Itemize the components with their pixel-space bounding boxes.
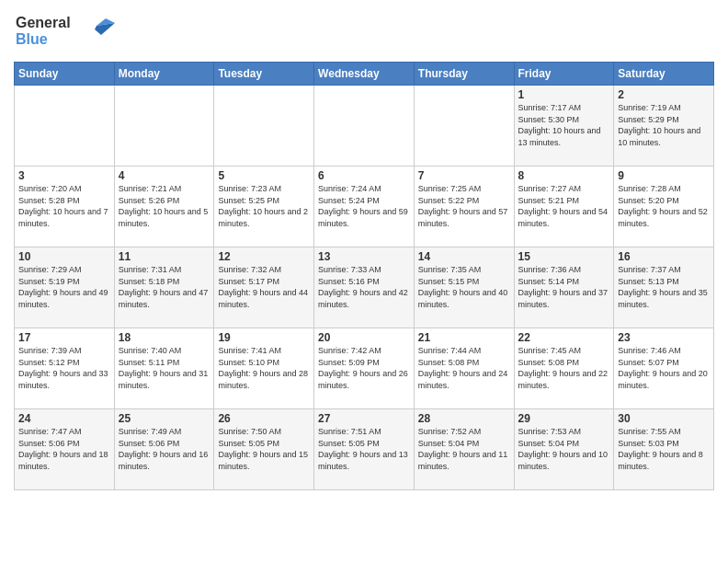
day-info: Sunrise: 7:29 AM Sunset: 5:19 PM Dayligh… [18, 264, 110, 310]
day-header-wednesday: Wednesday [314, 63, 415, 86]
calendar-cell: 21Sunrise: 7:44 AM Sunset: 5:08 PM Dayli… [414, 328, 514, 409]
day-number: 15 [518, 250, 610, 263]
calendar-cell: 18Sunrise: 7:40 AM Sunset: 5:11 PM Dayli… [114, 328, 214, 409]
calendar-cell: 8Sunrise: 7:27 AM Sunset: 5:21 PM Daylig… [514, 167, 614, 247]
calendar-table: SundayMondayTuesdayWednesdayThursdayFrid… [14, 62, 714, 490]
calendar-cell: 3Sunrise: 7:20 AM Sunset: 5:28 PM Daylig… [15, 167, 115, 247]
calendar-cell: 15Sunrise: 7:36 AM Sunset: 5:14 PM Dayli… [514, 247, 614, 328]
calendar-cell: 24Sunrise: 7:47 AM Sunset: 5:06 PM Dayli… [15, 409, 115, 490]
svg-text:General: General [16, 15, 71, 30]
calendar-cell: 16Sunrise: 7:37 AM Sunset: 5:13 PM Dayli… [614, 247, 714, 328]
svg-marker-3 [95, 23, 115, 35]
day-number: 6 [318, 169, 410, 182]
header-row: SundayMondayTuesdayWednesdayThursdayFrid… [15, 63, 714, 86]
calendar-cell [214, 86, 314, 167]
day-info: Sunrise: 7:50 AM Sunset: 5:05 PM Dayligh… [218, 426, 310, 472]
day-number: 11 [119, 250, 210, 263]
day-number: 7 [418, 169, 510, 182]
week-row-2: 3Sunrise: 7:20 AM Sunset: 5:28 PM Daylig… [15, 167, 714, 247]
calendar-cell: 20Sunrise: 7:42 AM Sunset: 5:09 PM Dayli… [314, 328, 415, 409]
day-number: 16 [618, 250, 710, 263]
day-info: Sunrise: 7:21 AM Sunset: 5:26 PM Dayligh… [119, 183, 210, 229]
day-number: 27 [318, 412, 410, 425]
calendar-cell: 6Sunrise: 7:24 AM Sunset: 5:24 PM Daylig… [314, 167, 415, 247]
main-container: General Blue SundayMondayTuesdayWednesda… [0, 0, 728, 495]
calendar-cell: 2Sunrise: 7:19 AM Sunset: 5:29 PM Daylig… [614, 86, 714, 167]
calendar-cell: 9Sunrise: 7:28 AM Sunset: 5:20 PM Daylig… [614, 167, 714, 247]
header: General Blue [14, 9, 714, 54]
calendar-cell: 26Sunrise: 7:50 AM Sunset: 5:05 PM Dayli… [214, 409, 314, 490]
day-info: Sunrise: 7:20 AM Sunset: 5:28 PM Dayligh… [18, 183, 110, 229]
calendar-cell: 19Sunrise: 7:41 AM Sunset: 5:10 PM Dayli… [214, 328, 314, 409]
day-number: 26 [218, 412, 310, 425]
day-number: 22 [518, 331, 610, 344]
day-number: 12 [218, 250, 310, 263]
calendar-cell: 5Sunrise: 7:23 AM Sunset: 5:25 PM Daylig… [214, 167, 314, 247]
day-info: Sunrise: 7:46 AM Sunset: 5:07 PM Dayligh… [618, 345, 710, 391]
week-row-4: 17Sunrise: 7:39 AM Sunset: 5:12 PM Dayli… [15, 328, 714, 409]
day-number: 20 [318, 331, 410, 344]
day-info: Sunrise: 7:17 AM Sunset: 5:30 PM Dayligh… [518, 102, 610, 148]
calendar-cell: 1Sunrise: 7:17 AM Sunset: 5:30 PM Daylig… [514, 86, 614, 167]
day-number: 19 [218, 331, 310, 344]
day-number: 8 [518, 169, 610, 182]
day-number: 28 [418, 412, 510, 425]
calendar-cell: 23Sunrise: 7:46 AM Sunset: 5:07 PM Dayli… [614, 328, 714, 409]
calendar-cell: 13Sunrise: 7:33 AM Sunset: 5:16 PM Dayli… [314, 247, 415, 328]
day-number: 18 [119, 331, 210, 344]
day-number: 25 [119, 412, 210, 425]
calendar-cell: 10Sunrise: 7:29 AM Sunset: 5:19 PM Dayli… [15, 247, 115, 328]
day-info: Sunrise: 7:40 AM Sunset: 5:11 PM Dayligh… [119, 345, 210, 391]
day-number: 10 [18, 250, 110, 263]
calendar-cell: 29Sunrise: 7:53 AM Sunset: 5:04 PM Dayli… [514, 409, 614, 490]
day-number: 1 [518, 88, 610, 101]
day-number: 2 [618, 88, 710, 101]
day-info: Sunrise: 7:31 AM Sunset: 5:18 PM Dayligh… [119, 264, 210, 310]
day-number: 23 [618, 331, 710, 344]
day-info: Sunrise: 7:28 AM Sunset: 5:20 PM Dayligh… [618, 183, 710, 229]
day-number: 29 [518, 412, 610, 425]
day-info: Sunrise: 7:55 AM Sunset: 5:03 PM Dayligh… [618, 426, 710, 472]
day-header-saturday: Saturday [614, 63, 714, 86]
day-info: Sunrise: 7:27 AM Sunset: 5:21 PM Dayligh… [518, 183, 610, 229]
day-info: Sunrise: 7:52 AM Sunset: 5:04 PM Dayligh… [418, 426, 510, 472]
calendar-cell [15, 86, 115, 167]
calendar-cell: 14Sunrise: 7:35 AM Sunset: 5:15 PM Dayli… [414, 247, 514, 328]
day-number: 4 [119, 169, 210, 182]
day-info: Sunrise: 7:35 AM Sunset: 5:15 PM Dayligh… [418, 264, 510, 310]
day-info: Sunrise: 7:47 AM Sunset: 5:06 PM Dayligh… [18, 426, 110, 472]
day-info: Sunrise: 7:36 AM Sunset: 5:14 PM Dayligh… [518, 264, 610, 310]
day-info: Sunrise: 7:41 AM Sunset: 5:10 PM Dayligh… [218, 345, 310, 391]
calendar-cell: 22Sunrise: 7:45 AM Sunset: 5:08 PM Dayli… [514, 328, 614, 409]
day-info: Sunrise: 7:51 AM Sunset: 5:05 PM Dayligh… [318, 426, 410, 472]
day-header-monday: Monday [114, 63, 214, 86]
day-number: 9 [618, 169, 710, 182]
day-number: 13 [318, 250, 410, 263]
day-info: Sunrise: 7:19 AM Sunset: 5:29 PM Dayligh… [618, 102, 710, 148]
calendar-cell: 7Sunrise: 7:25 AM Sunset: 5:22 PM Daylig… [414, 167, 514, 247]
svg-text:Blue: Blue [16, 31, 48, 47]
logo: General Blue [14, 9, 115, 54]
calendar-cell: 25Sunrise: 7:49 AM Sunset: 5:06 PM Dayli… [114, 409, 214, 490]
day-header-sunday: Sunday [15, 63, 115, 86]
calendar-cell: 17Sunrise: 7:39 AM Sunset: 5:12 PM Dayli… [15, 328, 115, 409]
calendar-cell: 12Sunrise: 7:32 AM Sunset: 5:17 PM Dayli… [214, 247, 314, 328]
logo-text: General Blue [14, 9, 115, 54]
day-number: 5 [218, 169, 310, 182]
day-header-tuesday: Tuesday [214, 63, 314, 86]
calendar-cell: 27Sunrise: 7:51 AM Sunset: 5:05 PM Dayli… [314, 409, 415, 490]
day-info: Sunrise: 7:33 AM Sunset: 5:16 PM Dayligh… [318, 264, 410, 310]
day-info: Sunrise: 7:53 AM Sunset: 5:04 PM Dayligh… [518, 426, 610, 472]
day-number: 30 [618, 412, 710, 425]
calendar-cell: 30Sunrise: 7:55 AM Sunset: 5:03 PM Dayli… [614, 409, 714, 490]
day-info: Sunrise: 7:25 AM Sunset: 5:22 PM Dayligh… [418, 183, 510, 229]
day-number: 17 [18, 331, 110, 344]
calendar-cell: 11Sunrise: 7:31 AM Sunset: 5:18 PM Dayli… [114, 247, 214, 328]
day-number: 14 [418, 250, 510, 263]
calendar-cell [414, 86, 514, 167]
day-info: Sunrise: 7:37 AM Sunset: 5:13 PM Dayligh… [618, 264, 710, 310]
day-header-thursday: Thursday [414, 63, 514, 86]
day-info: Sunrise: 7:39 AM Sunset: 5:12 PM Dayligh… [18, 345, 110, 391]
day-info: Sunrise: 7:42 AM Sunset: 5:09 PM Dayligh… [318, 345, 410, 391]
day-number: 24 [18, 412, 110, 425]
